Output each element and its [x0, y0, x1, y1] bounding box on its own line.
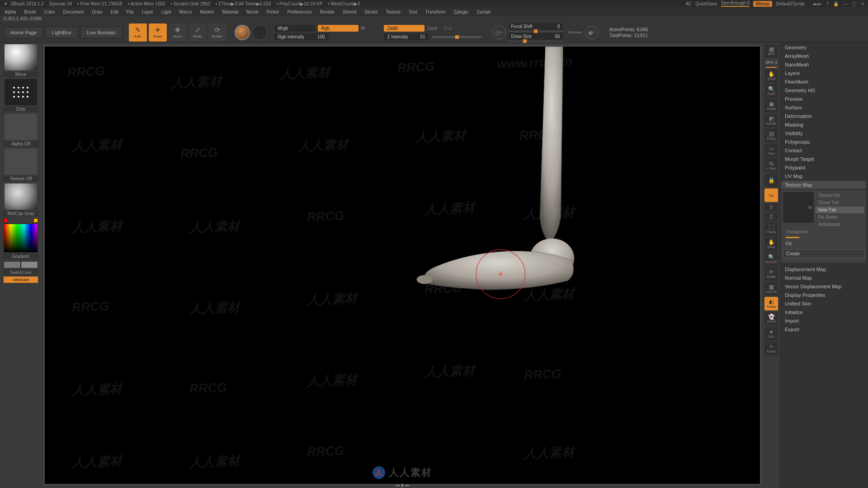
- switchcolor-button[interactable]: SwitchColor: [4, 269, 38, 276]
- panel-displacement-map[interactable]: Displacement Map: [781, 265, 866, 273]
- menu-edit[interactable]: Edit: [111, 9, 118, 14]
- menu-alpha[interactable]: Alpha: [5, 9, 16, 14]
- panel-masking[interactable]: Masking: [781, 121, 866, 129]
- menu-movie[interactable]: Movie: [246, 9, 259, 14]
- spix-label[interactable]: SPix 3: [765, 60, 777, 65]
- solo-button[interactable]: ●Solo: [764, 327, 778, 340]
- panel-display-properties[interactable]: Display Properties: [781, 291, 866, 299]
- sculptris-toggle[interactable]: [235, 25, 250, 40]
- panel-surface[interactable]: Surface: [781, 103, 866, 112]
- dynamic-label[interactable]: Dynamic: [568, 30, 582, 34]
- y-button[interactable]: Y: [764, 203, 778, 211]
- focal-icon[interactable]: ◎S: [492, 26, 506, 39]
- maximize-icon[interactable]: ▢: [852, 1, 856, 6]
- xpose-button[interactable]: ✧Xpose: [764, 342, 778, 355]
- menu-material[interactable]: Material: [222, 9, 239, 14]
- menu-preferences[interactable]: Preferences: [288, 9, 312, 14]
- minimize-icon[interactable]: —: [843, 1, 848, 6]
- lightbox-button[interactable]: LightBox: [45, 27, 78, 38]
- draw-size-slider[interactable]: Draw Size56: [509, 33, 563, 40]
- texture-on-button[interactable]: Texture On: [816, 192, 864, 199]
- home-page-button[interactable]: Home Page: [4, 27, 43, 38]
- panel-polypaint[interactable]: Polypaint: [781, 164, 866, 172]
- panel-polygroups[interactable]: Polygroups: [781, 138, 866, 146]
- panel-export[interactable]: Export: [781, 325, 866, 333]
- menu-render[interactable]: Render: [320, 9, 335, 14]
- panel-geometry-hd[interactable]: Geometry HD: [781, 86, 866, 94]
- lock-button[interactable]: 🔒: [764, 174, 778, 187]
- panel-normal-map[interactable]: Normal Map: [781, 274, 866, 282]
- rgb-button[interactable]: Rgb: [318, 25, 359, 32]
- ghost-button[interactable]: 👻Ghost: [764, 312, 778, 325]
- zsub-button[interactable]: Zsub: [427, 26, 441, 31]
- fill-button[interactable]: Fill: [783, 240, 864, 248]
- menu-macro[interactable]: Macro: [179, 9, 192, 14]
- menu-brush[interactable]: Brush: [24, 9, 36, 14]
- live-boolean-button[interactable]: Live Boolean: [80, 27, 123, 38]
- move-mode-button[interactable]: ✥Move: [169, 23, 187, 42]
- stroke-thumbnail[interactable]: [5, 79, 37, 105]
- panel-deformation[interactable]: Deformation: [781, 112, 866, 120]
- panel-import[interactable]: Import: [781, 317, 866, 325]
- transparent-slider[interactable]: Transparent: [783, 229, 864, 235]
- collapse-icon[interactable]: ◂▸▸▸: [812, 1, 821, 6]
- scroll-button[interactable]: ✋Scroll: [764, 69, 778, 83]
- texture-thumbnail[interactable]: [5, 149, 37, 175]
- brush-thumbnail[interactable]: [5, 44, 37, 70]
- lock-icon[interactable]: 🔒: [833, 1, 839, 6]
- scale-mode-button[interactable]: ⤢Scale: [189, 23, 207, 42]
- new-txtr-button[interactable]: New Txtr: [816, 206, 864, 213]
- panel-uv-map[interactable]: UV Map: [781, 172, 866, 180]
- quicksave-button[interactable]: QuickSave: [695, 1, 717, 6]
- linefill-button[interactable]: ▦Line Fill: [764, 282, 778, 296]
- panel-preview[interactable]: Preview: [781, 95, 866, 103]
- gradient-label[interactable]: Gradient: [3, 253, 39, 259]
- persp-button[interactable]: ▤Persp: [764, 129, 778, 142]
- alpha-thumbnail[interactable]: [5, 114, 37, 140]
- menus-button[interactable]: Menus: [753, 1, 772, 7]
- antialiased-button[interactable]: Antialiased: [816, 221, 864, 228]
- help-icon[interactable]: ?: [826, 1, 829, 6]
- clone-txtr-button[interactable]: Clone Txtr: [816, 199, 864, 206]
- z-button[interactable]: Z: [764, 213, 778, 221]
- mrgb-button[interactable]: Mrgb: [274, 25, 315, 32]
- menu-color[interactable]: Color: [44, 9, 55, 14]
- panel-nanomesh[interactable]: NanoMesh: [781, 61, 866, 69]
- menu-stroke[interactable]: Stroke: [364, 9, 377, 14]
- panel-geometry[interactable]: Geometry: [781, 43, 866, 52]
- menu-tool[interactable]: Tool: [409, 9, 417, 14]
- menu-zplugin[interactable]: Zplugin: [454, 9, 469, 14]
- menu-document[interactable]: Document: [63, 9, 84, 14]
- panel-contact[interactable]: Contact: [781, 146, 866, 155]
- draw-mode-button[interactable]: ✛Draw: [149, 23, 167, 42]
- canvas[interactable]: RRCG人人素材人人素材RRCGwww.rrcg.cn人人素材RRCG人人素材人…: [43, 45, 761, 485]
- menu-layer[interactable]: Layer: [142, 9, 153, 14]
- zcut-button[interactable]: Zcut: [443, 26, 457, 31]
- menu-light[interactable]: Light: [161, 9, 171, 14]
- zadd-button[interactable]: Zadd: [384, 25, 425, 32]
- panel-arraymesh[interactable]: ArrayMesh: [781, 52, 866, 60]
- material-thumbnail[interactable]: [5, 183, 37, 210]
- panel-initialize[interactable]: Initialize: [781, 308, 866, 316]
- panel-visibility[interactable]: Visibility: [781, 129, 866, 137]
- zoom-button[interactable]: 🔍Zoom: [764, 84, 778, 98]
- timeline-handle[interactable]: ◂◂ ▮ ▸▸: [395, 483, 410, 488]
- seethrough-slider[interactable]: See-through 0: [721, 0, 750, 7]
- zoom3d-button[interactable]: 🔍Zoom3D: [764, 252, 778, 266]
- menu-transform[interactable]: Transform: [425, 9, 445, 14]
- menu-stencil[interactable]: Stencil: [343, 9, 356, 14]
- panel-unified-skin[interactable]: Unified Skin: [781, 300, 866, 308]
- floor-button[interactable]: ▭Floor: [764, 144, 778, 157]
- panel-vector-displacement-map[interactable]: Vector Displacement Map: [781, 282, 866, 291]
- frame-button[interactable]: ⛶Frame: [764, 222, 778, 236]
- panel-fibermesh[interactable]: FiberMesh: [781, 78, 866, 86]
- dynamic-icon[interactable]: ◉D: [585, 26, 599, 39]
- rgb-intensity-slider[interactable]: Rgb Intensity 100: [274, 33, 329, 40]
- move3d-button[interactable]: ✋Move: [764, 237, 778, 251]
- actual-button[interactable]: ▣Actual: [764, 99, 778, 113]
- texture-map-thumbnail[interactable]: Te: [783, 192, 814, 223]
- menu-draw[interactable]: Draw: [92, 9, 102, 14]
- rotate3d-button[interactable]: ⟳Rotate: [764, 267, 778, 281]
- edit-mode-button[interactable]: ✎Edit: [129, 23, 147, 42]
- create-button[interactable]: Create: [783, 249, 864, 258]
